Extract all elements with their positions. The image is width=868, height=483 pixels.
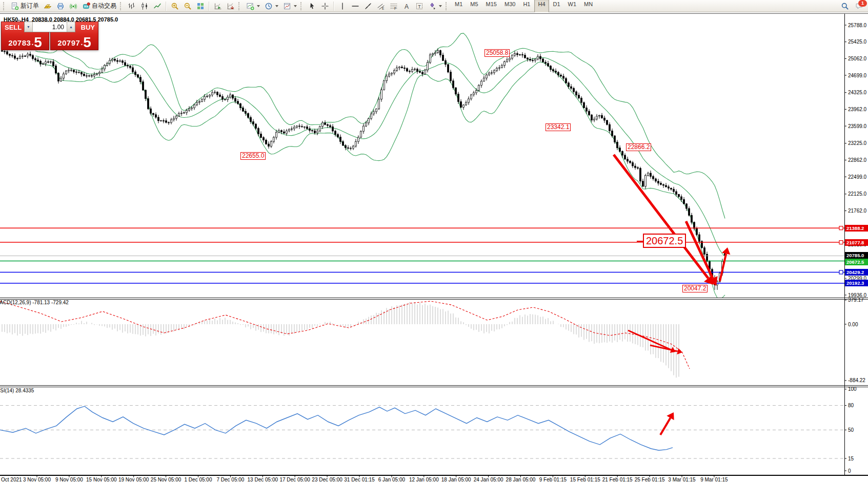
annotation-label[interactable]: 23342.1	[546, 123, 571, 131]
annotation-label[interactable]: 25058.8	[485, 49, 510, 57]
text-label-button[interactable]: T	[413, 0, 426, 13]
notification-badge: 1	[858, 0, 867, 7]
tf-button-M5[interactable]: M5	[467, 0, 481, 13]
buy-price-int: 20797	[57, 39, 80, 47]
line-chart-button[interactable]	[151, 0, 164, 13]
cursor-icon	[308, 2, 316, 10]
annotation-label[interactable]: 20672.5	[643, 234, 686, 248]
toolbar-grip	[120, 2, 123, 10]
gold-icon	[44, 2, 52, 10]
new-chart-button[interactable]	[244, 0, 262, 13]
autoscroll-button[interactable]	[212, 0, 224, 13]
volume-increase-button[interactable]: ▲	[67, 22, 75, 32]
chart-area[interactable]: 25788.025425.025062.024699.024325.023962…	[0, 12, 868, 483]
price-label-box: 21077.8	[845, 239, 868, 246]
fibo-icon: F	[390, 2, 398, 10]
tf-button-D1[interactable]: D1	[550, 0, 564, 13]
publisher-icon	[56, 2, 65, 10]
fibonacci-button[interactable]: F	[388, 0, 400, 13]
candlestick-button[interactable]	[138, 0, 151, 13]
vertical-line-button[interactable]	[336, 0, 349, 13]
zoom-out-button[interactable]	[181, 0, 194, 13]
signals-button[interactable]	[67, 0, 79, 13]
textA-icon: A	[402, 2, 411, 10]
zoom-in-button[interactable]	[169, 0, 181, 13]
volume-decrease-button[interactable]: ▼	[25, 22, 32, 32]
sell-price-frac: 5	[34, 36, 42, 49]
search-button[interactable]	[841, 2, 849, 10]
volume-input[interactable]	[32, 22, 67, 32]
tf-button-W1[interactable]: W1	[564, 0, 580, 13]
price-label-box: 21388.2	[845, 225, 868, 232]
channel-icon: E	[377, 2, 385, 10]
tf-button-H1[interactable]: H1	[519, 0, 534, 13]
crosshair-icon	[321, 2, 329, 10]
annotation-label[interactable]: 22866.2	[626, 143, 651, 151]
sell-price: 20783.5	[2, 32, 49, 50]
svg-text:T: T	[418, 4, 421, 9]
sell-price-int: 20783	[8, 39, 31, 47]
zoom-out-icon	[184, 2, 192, 10]
templates-button[interactable]	[281, 0, 299, 13]
bars-icon	[128, 2, 136, 10]
chevron-down-icon	[275, 5, 278, 7]
channel-button[interactable]: E	[375, 0, 387, 13]
buy-price-dot: .	[80, 38, 83, 47]
macd-label: MACD(12,26,9) -781.13 -729.42	[0, 300, 69, 305]
price-label-box: 20672.5	[845, 259, 868, 265]
annotation-label[interactable]: 22655.0	[240, 152, 266, 160]
crosshair-button[interactable]	[319, 0, 331, 13]
trendline-button[interactable]	[362, 0, 374, 13]
line-icon	[153, 2, 162, 10]
tf-button-M1[interactable]: M1	[451, 0, 466, 13]
signals-icon	[69, 2, 77, 10]
zoom-in-icon	[171, 2, 179, 10]
text-button[interactable]: A	[400, 0, 413, 13]
tf-button-M15[interactable]: M15	[482, 0, 500, 13]
gold-bars-button[interactable]	[42, 0, 54, 13]
tile-icon	[196, 2, 205, 10]
tf-button-MN[interactable]: MN	[580, 0, 596, 13]
main-toolbar: 新订单自动交易EFATM1M5M15M30H1H4D1W1MN1	[0, 0, 868, 12]
notifications-button[interactable]: 1	[855, 2, 863, 10]
sell-price-dot: .	[31, 38, 33, 47]
one-click-trading-panel: SELL 20783.5 BUY 20797.5 ▼ ▲	[1, 22, 98, 50]
toolbar-grip	[3, 2, 6, 10]
vline-icon	[338, 2, 347, 10]
clock-icon	[265, 2, 273, 10]
buy-price-frac: 5	[83, 36, 91, 49]
bar-chart-button[interactable]	[126, 0, 138, 13]
cursor-button[interactable]	[306, 0, 318, 13]
svg-text:F: F	[394, 6, 396, 10]
search-icon	[841, 2, 849, 10]
toolbar-separator	[166, 2, 167, 11]
tf-button-M30[interactable]: M30	[501, 0, 519, 13]
new-chart-icon	[246, 2, 254, 10]
publisher-button[interactable]	[54, 0, 67, 13]
price-label-box: 20429.2	[845, 269, 868, 276]
annotation-label[interactable]: 20047.2	[682, 285, 708, 292]
periods-button[interactable]	[263, 0, 280, 13]
tf-button-H4[interactable]: H4	[534, 0, 549, 13]
toolbar-separator	[333, 2, 334, 11]
new-order-button-label: 新订单	[21, 2, 39, 10]
arrows-button[interactable]	[426, 0, 444, 13]
tile-windows-button[interactable]	[194, 0, 207, 13]
rsi-label: RSI(14) 28.4335	[0, 388, 34, 393]
buy-price: 20797.5	[51, 32, 98, 50]
new-order-icon	[11, 2, 19, 10]
new-order-button[interactable]: 新订单	[9, 0, 41, 13]
toolbar-grip	[446, 2, 449, 10]
svg-text:E: E	[382, 6, 385, 10]
template-icon	[283, 2, 291, 10]
application-window: 新订单自动交易EFATM1M5M15M30H1H4D1W1MN1 25788.0…	[0, 0, 868, 483]
autoscroll-icon	[214, 2, 222, 10]
autotrading-button[interactable]: 自动交易	[80, 0, 118, 13]
volume-stepper: ▼ ▲	[24, 22, 75, 32]
horizontal-line-button[interactable]	[349, 0, 361, 13]
chevron-down-icon	[257, 5, 260, 7]
chart-shift-button[interactable]	[225, 0, 237, 13]
autotrading-button-label: 自动交易	[92, 2, 116, 10]
chevron-down-icon	[294, 5, 297, 7]
candles-icon	[140, 2, 149, 10]
